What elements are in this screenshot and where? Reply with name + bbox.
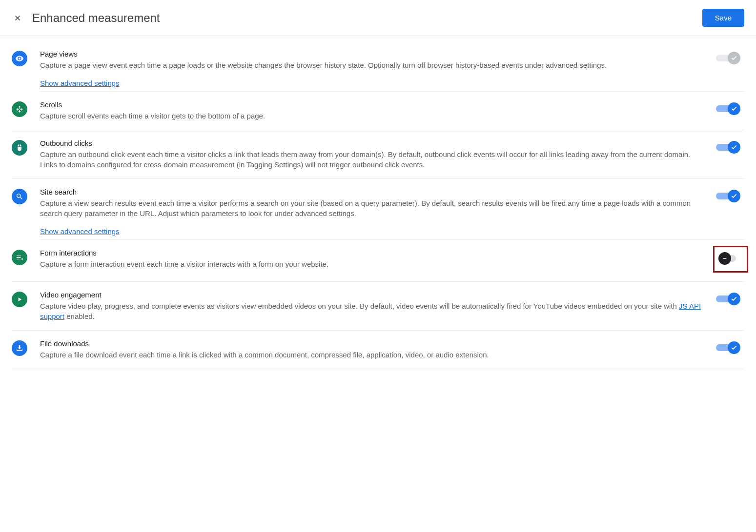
row-title: Form interactions xyxy=(40,249,701,257)
panel-header: Enhanced measurement Save xyxy=(0,0,756,36)
row-title: Outbound clicks xyxy=(40,139,704,147)
row-description: Capture a form interaction event each ti… xyxy=(40,259,701,269)
row-title: Video engagement xyxy=(40,291,704,299)
row-description: Capture an outbound click event each tim… xyxy=(40,149,704,170)
eye-icon xyxy=(12,51,27,66)
show-advanced-link[interactable]: Show advanced settings xyxy=(40,79,120,87)
check-icon xyxy=(731,55,737,61)
close-icon xyxy=(13,14,22,22)
panel-title: Enhanced measurement xyxy=(32,11,702,25)
row-title: Scrolls xyxy=(40,100,704,109)
scroll-icon xyxy=(12,101,27,117)
row-video-engagement: Video engagement Capture video play, pro… xyxy=(12,282,744,331)
close-button[interactable] xyxy=(12,12,23,24)
row-scrolls: Scrolls Capture scroll events each time … xyxy=(12,92,744,130)
toggle-site-search[interactable] xyxy=(716,190,740,202)
toggle-downloads[interactable] xyxy=(716,341,740,354)
row-form-interactions: Form interactions Capture a form interac… xyxy=(12,240,744,282)
row-description: Capture a file download event each time … xyxy=(40,350,704,360)
minus-icon xyxy=(722,256,728,261)
row-page-views: Page views Capture a page view event eac… xyxy=(12,36,744,91)
download-icon xyxy=(12,340,27,356)
check-icon xyxy=(731,296,737,302)
row-title: File downloads xyxy=(40,339,704,348)
toggle-scrolls[interactable] xyxy=(716,102,740,115)
row-description: Capture video play, progress, and comple… xyxy=(40,301,704,321)
highlighted-toggle xyxy=(713,246,748,273)
row-title: Page views xyxy=(40,50,704,58)
row-description: Capture scroll events each time a visito… xyxy=(40,111,704,121)
mouse-icon xyxy=(12,140,27,156)
form-icon xyxy=(12,250,27,265)
toggle-outbound[interactable] xyxy=(716,141,740,154)
row-description: Capture a page view event each time a pa… xyxy=(40,60,704,70)
check-icon xyxy=(731,105,737,112)
row-description: Capture a view search results event each… xyxy=(40,198,704,218)
row-site-search: Site search Capture a view search result… xyxy=(12,179,744,239)
row-outbound-clicks: Outbound clicks Capture an outbound clic… xyxy=(12,130,744,179)
play-icon xyxy=(12,292,27,307)
check-icon xyxy=(731,344,737,351)
check-icon xyxy=(731,144,737,151)
row-title: Site search xyxy=(40,188,704,196)
save-button[interactable]: Save xyxy=(702,9,744,27)
row-file-downloads: File downloads Capture a file download e… xyxy=(12,331,744,369)
toggle-form-interactions[interactable] xyxy=(718,252,743,265)
check-icon xyxy=(731,193,737,199)
search-icon xyxy=(12,189,27,204)
settings-list: Page views Capture a page view event eac… xyxy=(0,36,756,369)
show-advanced-link[interactable]: Show advanced settings xyxy=(40,227,120,236)
toggle-video[interactable] xyxy=(716,293,740,305)
toggle-page-views xyxy=(716,52,740,64)
